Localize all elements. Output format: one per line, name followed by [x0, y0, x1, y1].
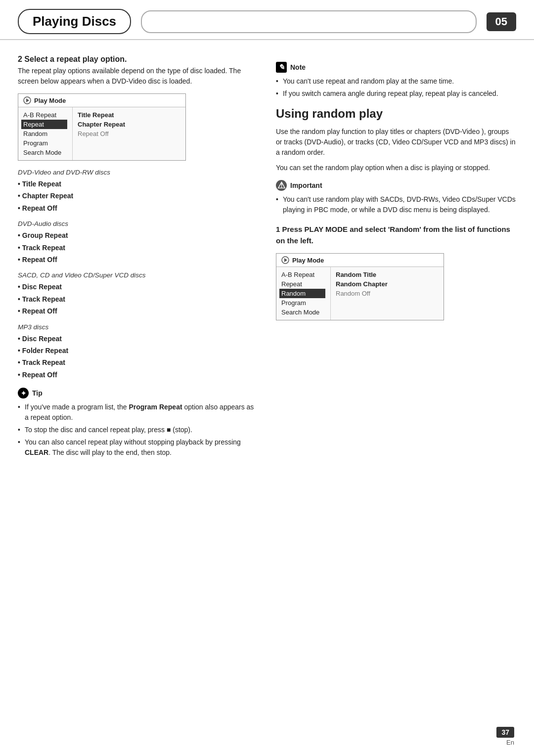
list-item: Search Mode	[23, 148, 67, 157]
list-item: To stop the disc and cancel repeat play,…	[18, 424, 258, 436]
list-item: Random Chapter	[336, 279, 439, 289]
list-item: Random Off	[336, 289, 439, 298]
page-header: Playing Discs 05	[0, 0, 534, 40]
tip-icon: ✦	[18, 388, 29, 399]
play-mode-box1-body: A-B Repeat Repeat Random Program Search …	[18, 107, 185, 160]
list-item: Repeat	[281, 279, 325, 289]
important-box: ⚠ Important You can't use random play wi…	[276, 180, 516, 216]
footer-page-number: 37	[496, 727, 514, 738]
play-mode-box1-title: Play Mode	[34, 97, 66, 104]
list-item: Random Title	[336, 270, 439, 279]
main-content: 2 Select a repeat play option. The repea…	[0, 40, 534, 466]
important-header: ⚠ Important	[276, 180, 516, 191]
important-label: Important	[290, 181, 322, 189]
play-mode-box1-right: Title Repeat Chapter Repeat Repeat Off	[73, 107, 185, 160]
play-mode-box2-body: A-B Repeat Repeat Random Program Search …	[276, 267, 444, 320]
play-mode-box-2: Play Mode A-B Repeat Repeat Random Progr…	[276, 253, 444, 320]
list-item: A-B Repeat	[281, 270, 325, 279]
list-item: If you switch camera angle during repeat…	[276, 88, 516, 100]
play-mode-box2-right: Random Title Random Chapter Random Off	[331, 267, 444, 320]
list-item: Track Repeat	[18, 356, 258, 368]
list-item: Chapter Repeat	[18, 190, 258, 202]
section2-body: The repeat play options available depend…	[18, 66, 258, 87]
list-item: You can also cancel repeat play without …	[18, 436, 258, 459]
dvd-video-label: DVD-Video and DVD-RW discs	[18, 169, 258, 176]
left-column: 2 Select a repeat play option. The repea…	[18, 55, 258, 466]
play-mode-box2-left: A-B Repeat Repeat Random Program Search …	[276, 267, 331, 320]
dvd-audio-label: DVD-Audio discs	[18, 220, 258, 227]
right-column: ✎ Note You can't use repeat and random p…	[276, 55, 516, 466]
tip-box: ✦ Tip If you've made a program list, the…	[18, 388, 258, 459]
mp3-label: MP3 discs	[18, 323, 258, 331]
list-item: Repeat Off	[18, 202, 258, 214]
list-item: Search Mode	[281, 308, 325, 317]
random-body-2: You can set the random play option when …	[276, 163, 516, 173]
list-item: Chapter Repeat	[78, 120, 180, 129]
list-item: Program	[23, 138, 67, 148]
list-item: Repeat Off	[18, 254, 258, 266]
sacd-bullet-list: Disc Repeat Track Repeat Repeat Off	[18, 281, 258, 317]
tip-header: ✦ Tip	[18, 388, 258, 399]
list-item: Title Repeat	[18, 178, 258, 190]
play-mode-icon	[23, 96, 31, 104]
note-label: Note	[290, 63, 306, 71]
list-item: Track Repeat	[18, 293, 258, 305]
list-item: Folder Repeat	[18, 345, 258, 356]
list-item: Title Repeat	[78, 110, 180, 120]
important-icon: ⚠	[276, 180, 287, 191]
tip-label: Tip	[32, 389, 43, 397]
list-item: Disc Repeat	[18, 333, 258, 345]
list-item: Repeat Off	[18, 369, 258, 381]
list-item: You can't use repeat and random play at …	[276, 75, 516, 88]
tip-bullet-list: If you've made a program list, the Progr…	[18, 401, 258, 459]
play-mode-box2-header: Play Mode	[276, 254, 444, 267]
play-mode-box1-header: Play Mode	[18, 94, 185, 107]
list-item: Program	[281, 298, 325, 308]
random-play-title: Using random play	[276, 107, 516, 121]
sacd-label: SACD, CD and Video CD/Super VCD discs	[18, 271, 258, 279]
note-icon: ✎	[276, 62, 287, 73]
list-item: Repeat Off	[18, 305, 258, 317]
dvd-video-bullet-list: Title Repeat Chapter Repeat Repeat Off	[18, 178, 258, 214]
header-spacer	[141, 10, 476, 33]
chapter-title: Playing Discs	[18, 9, 131, 34]
press-instruction: 1 Press PLAY MODE and select 'Random' fr…	[276, 224, 516, 246]
note-header: ✎ Note	[276, 62, 516, 73]
dvd-audio-bullet-list: Group Repeat Track Repeat Repeat Off	[18, 229, 258, 266]
svg-marker-3	[284, 258, 287, 262]
svg-marker-1	[26, 98, 29, 102]
list-item: Repeat	[21, 120, 67, 129]
list-item: Group Repeat	[18, 229, 258, 241]
note-box: ✎ Note You can't use repeat and random p…	[276, 62, 516, 100]
play-mode-box2-title: Play Mode	[292, 257, 324, 264]
list-item: Random	[23, 129, 67, 138]
list-item: Disc Repeat	[18, 281, 258, 293]
list-item: You can't use random play with SACDs, DV…	[276, 193, 516, 216]
section2-heading: 2 Select a repeat play option.	[18, 55, 258, 64]
play-mode-icon-2	[281, 256, 289, 264]
page-number: 05	[487, 12, 516, 31]
list-item: Random	[279, 289, 325, 298]
play-mode-box-1: Play Mode A-B Repeat Repeat Random Progr…	[18, 93, 186, 161]
important-bullet-list: You can't use random play with SACDs, DV…	[276, 193, 516, 216]
page-footer: 37 En	[496, 727, 514, 746]
mp3-bullet-list: Disc Repeat Folder Repeat Track Repeat R…	[18, 333, 258, 381]
list-item: Repeat Off	[78, 129, 180, 138]
list-item: If you've made a program list, the Progr…	[18, 401, 258, 424]
play-mode-box1-left: A-B Repeat Repeat Random Program Search …	[18, 107, 73, 160]
footer-language: En	[506, 739, 514, 746]
list-item: Track Repeat	[18, 242, 258, 254]
list-item: A-B Repeat	[23, 110, 67, 120]
random-body-1: Use the random play function to play tit…	[276, 127, 516, 158]
note-bullet-list: You can't use repeat and random play at …	[276, 75, 516, 100]
